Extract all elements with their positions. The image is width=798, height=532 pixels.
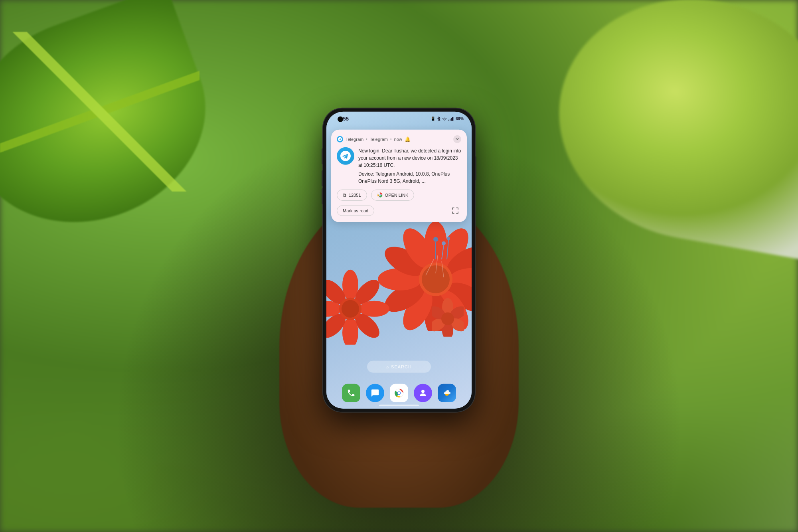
bluetooth-icon (437, 116, 440, 121)
notification-card[interactable]: Telegram • Telegram • now 🔔 (331, 129, 467, 222)
svg-rect-44 (453, 117, 454, 121)
open-link-button[interactable]: OPEN LINK (371, 189, 415, 200)
status-icons: 📳 (431, 116, 464, 121)
dock-chrome-icon[interactable] (390, 384, 408, 402)
vibrate-icon: 📳 (431, 117, 435, 121)
telegram-small-icon (337, 136, 343, 142)
svg-point-36 (442, 241, 446, 245)
phone: 3:55 📳 (323, 108, 475, 411)
home-indicator (379, 404, 419, 406)
flower-bud-svg (432, 297, 464, 336)
svg-point-51 (421, 390, 425, 393)
battery-percent: 68% (456, 117, 464, 121)
wifi-icon (442, 117, 447, 121)
notification-separator2: • (390, 137, 392, 141)
search-bar-text: ⌕ SEARCH (386, 364, 412, 369)
notification-text-container: New login. Dear Tushar, we detected a lo… (358, 147, 461, 184)
notification-separator1: • (366, 137, 367, 141)
signal-icon (448, 117, 454, 121)
svg-point-47 (379, 194, 381, 196)
notification-header-left: Telegram • Telegram • now 🔔 (337, 136, 411, 142)
svg-point-34 (433, 237, 438, 241)
open-link-label: OPEN LINK (385, 192, 409, 197)
phone-body: 3:55 📳 (323, 108, 475, 411)
notification-device-info: Device: Telegram Android, 10.0.8, OnePlu… (358, 170, 461, 184)
svg-point-26 (342, 300, 359, 317)
notification-app-name: Telegram (346, 136, 363, 141)
svg-rect-43 (452, 117, 453, 121)
mark-as-read-button[interactable]: Mark as read (337, 205, 374, 216)
svg-rect-42 (451, 118, 452, 121)
svg-point-13 (422, 265, 450, 293)
copy-code-button[interactable]: ⧉ 12051 (337, 189, 367, 200)
telegram-large-icon (337, 147, 354, 164)
svg-line-39 (447, 240, 448, 259)
notification-message: New login. Dear Tushar, we detected a lo… (358, 147, 461, 168)
dock-phone-icon[interactable] (342, 384, 360, 402)
svg-rect-41 (450, 119, 450, 121)
notification-body: New login. Dear Tushar, we detected a lo… (337, 147, 461, 184)
notification-channel: Telegram (370, 136, 388, 141)
notification-footer: Mark as read (337, 204, 461, 216)
notification-bell-icon: 🔔 (405, 136, 411, 142)
notification-collapse-button[interactable] (453, 135, 461, 143)
copy-icon: ⧉ (343, 192, 346, 198)
notification-time: now (394, 136, 402, 141)
expand-button[interactable] (449, 204, 461, 216)
phone-screen: 3:55 📳 (326, 111, 472, 408)
copy-code-label: 12051 (349, 192, 361, 197)
svg-point-38 (447, 237, 450, 240)
svg-point-33 (441, 312, 454, 325)
dock-weather-icon[interactable] (438, 384, 456, 402)
status-bar: 3:55 📳 (326, 111, 472, 126)
svg-point-50 (398, 392, 401, 394)
front-camera (338, 116, 343, 122)
dock-messages-icon[interactable] (366, 384, 384, 402)
search-bar[interactable]: ⌕ SEARCH (367, 360, 431, 372)
svg-rect-40 (448, 119, 449, 121)
expand-icon (452, 207, 458, 214)
flower-small-svg (326, 265, 398, 344)
notification-header: Telegram • Telegram • now 🔔 (337, 135, 461, 143)
svg-line-37 (442, 245, 444, 259)
blue-stems-svg (432, 235, 452, 263)
notification-actions: ⧉ 12051 (337, 189, 461, 200)
chrome-icon (377, 192, 383, 198)
dock-purple-app-icon[interactable] (414, 384, 432, 402)
dock (342, 384, 456, 402)
